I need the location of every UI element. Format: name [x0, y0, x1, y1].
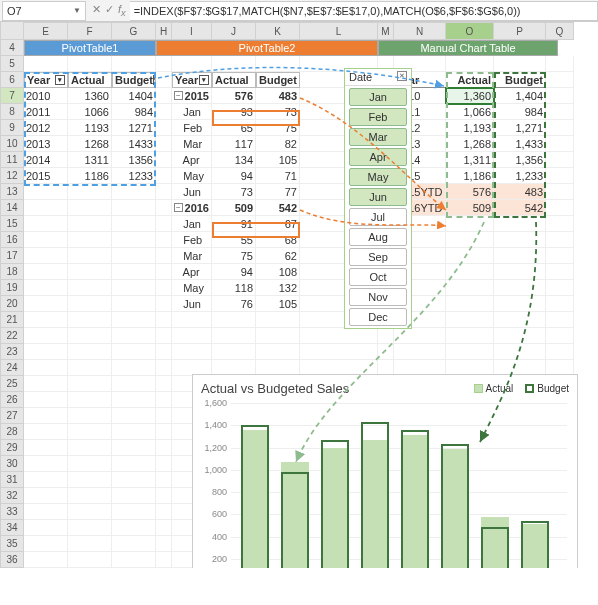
- col-header-F[interactable]: F: [68, 22, 112, 40]
- cell[interactable]: [300, 328, 378, 344]
- cell[interactable]: 1360: [68, 88, 112, 104]
- enter-icon[interactable]: ✓: [105, 3, 114, 18]
- cell[interactable]: [156, 120, 172, 136]
- cell[interactable]: [156, 536, 172, 552]
- cell[interactable]: [156, 552, 172, 568]
- col-header-I[interactable]: I: [172, 22, 212, 40]
- cell[interactable]: 73: [212, 184, 256, 200]
- cell[interactable]: [24, 296, 68, 312]
- cell[interactable]: [546, 56, 574, 72]
- cell[interactable]: Feb: [172, 120, 212, 136]
- pivot-header[interactable]: Actual: [68, 72, 112, 88]
- filter-dropdown-icon[interactable]: ▾: [199, 75, 209, 85]
- cell[interactable]: [68, 56, 112, 72]
- row-header[interactable]: 34: [0, 520, 24, 536]
- cell[interactable]: [24, 456, 68, 472]
- cell[interactable]: 132: [256, 280, 300, 296]
- cell[interactable]: [546, 88, 574, 104]
- cell[interactable]: [378, 344, 394, 360]
- cell[interactable]: [446, 280, 494, 296]
- cell[interactable]: [68, 440, 112, 456]
- cell[interactable]: 1,066: [446, 104, 494, 120]
- cell[interactable]: [112, 488, 156, 504]
- cell[interactable]: [68, 360, 112, 376]
- cell[interactable]: [112, 232, 156, 248]
- cell[interactable]: 1268: [68, 136, 112, 152]
- chevron-down-icon[interactable]: ▼: [73, 6, 81, 15]
- slicer-item[interactable]: Mar: [349, 128, 407, 146]
- cell[interactable]: [68, 248, 112, 264]
- cell[interactable]: [156, 344, 172, 360]
- cell[interactable]: [24, 424, 68, 440]
- cell[interactable]: [112, 328, 156, 344]
- cell[interactable]: 65: [212, 120, 256, 136]
- select-all[interactable]: [0, 22, 24, 40]
- cell[interactable]: 1,356: [494, 152, 546, 168]
- bar-budget[interactable]: [241, 425, 269, 568]
- cell[interactable]: [112, 392, 156, 408]
- cell[interactable]: [156, 264, 172, 280]
- cell[interactable]: 75: [212, 248, 256, 264]
- cell[interactable]: [546, 232, 574, 248]
- cell[interactable]: [546, 184, 574, 200]
- cell[interactable]: [112, 552, 156, 568]
- cell[interactable]: [446, 328, 494, 344]
- cell[interactable]: May: [172, 280, 212, 296]
- cell[interactable]: [156, 104, 172, 120]
- cell[interactable]: 73: [256, 104, 300, 120]
- cell[interactable]: 1233: [112, 168, 156, 184]
- cell[interactable]: [494, 248, 546, 264]
- cell[interactable]: [68, 312, 112, 328]
- row-header[interactable]: 19: [0, 280, 24, 296]
- cell[interactable]: Budget: [494, 72, 546, 88]
- cell[interactable]: [156, 312, 172, 328]
- cell[interactable]: 94: [212, 168, 256, 184]
- cell[interactable]: [172, 56, 212, 72]
- row-header[interactable]: 8: [0, 104, 24, 120]
- cell[interactable]: [156, 504, 172, 520]
- cell[interactable]: 1066: [68, 104, 112, 120]
- row-header[interactable]: 26: [0, 392, 24, 408]
- cell[interactable]: [112, 360, 156, 376]
- cell[interactable]: [68, 392, 112, 408]
- cell[interactable]: [68, 216, 112, 232]
- slicer-item[interactable]: Jul: [349, 208, 407, 226]
- cell[interactable]: 1356: [112, 152, 156, 168]
- cell[interactable]: [24, 504, 68, 520]
- cell[interactable]: [68, 488, 112, 504]
- cell[interactable]: [156, 328, 172, 344]
- row-header[interactable]: 24: [0, 360, 24, 376]
- cell[interactable]: [546, 344, 574, 360]
- row-header[interactable]: 5: [0, 56, 24, 72]
- cell[interactable]: [546, 312, 574, 328]
- cell[interactable]: [212, 328, 256, 344]
- col-header-Q[interactable]: Q: [546, 22, 574, 40]
- cell[interactable]: [446, 232, 494, 248]
- cell[interactable]: [256, 328, 300, 344]
- row-header[interactable]: 14: [0, 200, 24, 216]
- cell[interactable]: 542: [256, 200, 300, 216]
- cell[interactable]: 68: [256, 232, 300, 248]
- cell[interactable]: [256, 344, 300, 360]
- cell[interactable]: [112, 344, 156, 360]
- cell[interactable]: [112, 424, 156, 440]
- bar-budget[interactable]: [281, 472, 309, 568]
- col-header-H[interactable]: H: [156, 22, 172, 40]
- cell[interactable]: Mar: [172, 248, 212, 264]
- fx-icon[interactable]: fx: [118, 3, 126, 18]
- col-header-E[interactable]: E: [24, 22, 68, 40]
- cell[interactable]: 2014: [24, 152, 68, 168]
- col-header-K[interactable]: K: [256, 22, 300, 40]
- cell[interactable]: [24, 56, 68, 72]
- cell[interactable]: [24, 232, 68, 248]
- expand-icon[interactable]: −: [174, 203, 183, 212]
- cell[interactable]: [112, 296, 156, 312]
- cell[interactable]: [546, 136, 574, 152]
- row-header[interactable]: 13: [0, 184, 24, 200]
- cell[interactable]: [112, 312, 156, 328]
- slicer-item[interactable]: May: [349, 168, 407, 186]
- col-header-J[interactable]: J: [212, 22, 256, 40]
- row-header[interactable]: 25: [0, 376, 24, 392]
- cell[interactable]: [68, 408, 112, 424]
- cell[interactable]: [68, 376, 112, 392]
